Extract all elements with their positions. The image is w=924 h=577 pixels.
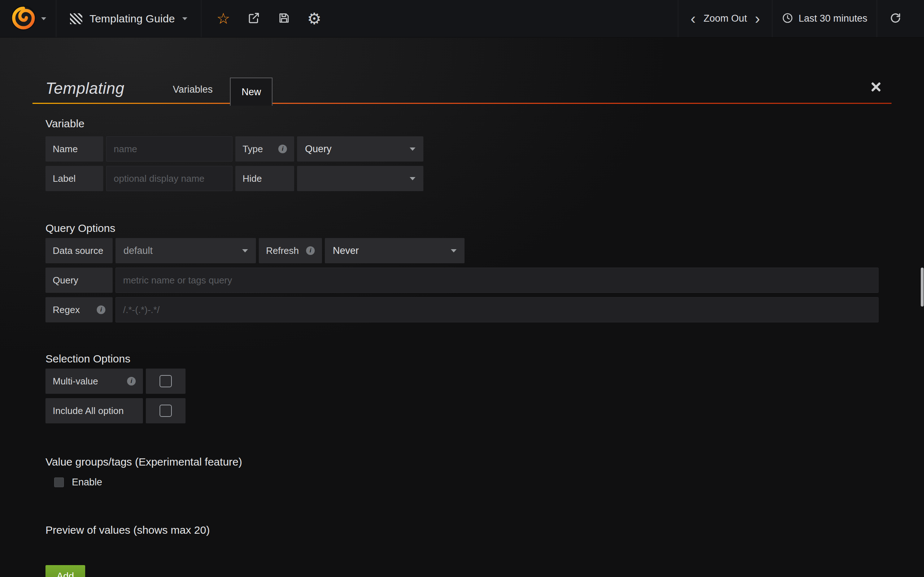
caret-down-icon (451, 249, 457, 253)
save-icon (278, 12, 290, 25)
query-label: Query (45, 268, 113, 293)
info-icon[interactable]: i (97, 305, 105, 314)
dashboard-picker[interactable]: Templating Guide (56, 0, 201, 37)
scrollbar-thumb[interactable] (921, 268, 924, 306)
query-options-title: Query Options (45, 222, 879, 234)
dashboard-settings-view: Templating Variables New Variable Name T… (0, 37, 924, 577)
tab-new[interactable]: New (230, 77, 273, 106)
include-all-label: Include All option (45, 398, 143, 423)
enable-row: Enable (54, 477, 879, 488)
checkbox-unchecked-icon (160, 375, 172, 387)
caret-down-icon (410, 177, 415, 180)
chevron-left-icon: ‹ (690, 10, 696, 27)
preview-section: Preview of values (shows max 20) (45, 524, 879, 536)
enable-label: Enable (72, 477, 102, 488)
page-title: Templating (45, 79, 124, 97)
multi-value-row: Multi-value i (45, 369, 879, 394)
include-all-checkbox[interactable] (146, 398, 186, 423)
refresh-select-value: Never (333, 245, 359, 256)
dashboard-title: Templating Guide (89, 13, 175, 25)
multi-value-checkbox[interactable] (146, 369, 186, 394)
variable-name-input[interactable] (106, 136, 233, 161)
checkbox-unchecked-icon (160, 405, 172, 417)
hide-label: Hide (235, 166, 294, 191)
caret-down-icon (41, 17, 46, 20)
top-navbar: Templating Guide ☆ (0, 0, 924, 37)
type-label: Type i (235, 136, 294, 161)
share-icon (247, 11, 260, 26)
regex-label-text: Regex (53, 305, 80, 316)
refresh-label-text: Refresh (266, 245, 299, 256)
value-groups-title: Value groups/tags (Experimental feature) (45, 456, 879, 468)
dashboard-settings-button[interactable]: ⚙ (302, 6, 327, 31)
close-icon[interactable] (870, 81, 882, 93)
caret-down-icon (410, 148, 415, 151)
info-icon[interactable]: i (127, 377, 136, 385)
share-dashboard-button[interactable] (241, 6, 267, 31)
info-icon[interactable]: i (306, 246, 315, 255)
hide-select[interactable] (297, 166, 423, 191)
chevron-right-icon: › (755, 10, 760, 27)
regex-label: Regex i (45, 297, 113, 322)
form-actions: Add (45, 536, 879, 577)
dashboard-actions: ☆ ⚙ (201, 0, 336, 37)
grafana-logo (10, 5, 37, 33)
templating-header: Templating Variables New (32, 37, 892, 104)
save-dashboard-button[interactable] (271, 6, 297, 31)
grafana-main-menu[interactable] (0, 0, 56, 37)
multi-value-label: Multi-value i (45, 369, 143, 394)
query-row: Query (45, 268, 879, 293)
add-button[interactable]: Add (45, 565, 85, 577)
star-dashboard-button[interactable]: ☆ (211, 6, 236, 31)
refresh-label: Refresh i (259, 238, 322, 263)
type-select[interactable]: Query (297, 136, 423, 161)
multi-value-label-text: Multi-value (53, 376, 98, 387)
variable-section-title: Variable (45, 118, 879, 130)
value-groups-section: Value groups/tags (Experimental feature)… (45, 456, 879, 488)
refresh-icon (889, 12, 901, 25)
datasource-select-value: default (123, 245, 153, 256)
label-label: Label (45, 166, 103, 191)
variable-label-row: Label Hide (45, 166, 879, 191)
name-label: Name (45, 136, 103, 161)
refresh-group (877, 0, 914, 37)
timepicker-controls: ‹ Zoom Out › Last 30 minutes (678, 0, 914, 37)
star-icon: ☆ (216, 11, 230, 26)
clock-icon (782, 12, 793, 25)
caret-down-icon (182, 17, 187, 20)
regex-input[interactable] (115, 297, 879, 322)
templating-tabs: Variables New (171, 77, 273, 104)
zoom-out-button[interactable]: Zoom Out (703, 13, 747, 24)
time-range-label: Last 30 minutes (798, 13, 867, 24)
selection-options-title: Selection Options (45, 353, 879, 365)
zoom-group: ‹ Zoom Out › (678, 0, 772, 37)
variable-label-input[interactable] (106, 166, 233, 191)
variable-name-row: Name Type i Query (45, 136, 879, 161)
caret-down-icon (242, 249, 248, 253)
header-accent-line (32, 103, 892, 104)
query-options-section: Query Options Data source default Refres… (45, 222, 879, 322)
dashboard-grid-icon (70, 13, 82, 24)
refresh-select[interactable]: Never (325, 238, 465, 263)
type-select-value: Query (305, 143, 332, 155)
info-icon[interactable]: i (278, 145, 287, 153)
datasource-label: Data source (45, 238, 113, 263)
datasource-select[interactable]: default (115, 238, 256, 263)
tab-variables[interactable]: Variables (171, 84, 215, 95)
variable-section: Variable Name Type i Query Label Hide (45, 118, 879, 191)
time-range-picker[interactable]: Last 30 minutes (772, 0, 877, 37)
time-shift-forward-button[interactable]: › (752, 13, 762, 25)
selection-options-section: Selection Options Multi-value i Include … (45, 353, 879, 423)
refresh-dashboard-button[interactable] (887, 10, 905, 28)
type-label-text: Type (242, 143, 263, 155)
time-shift-back-button[interactable]: ‹ (688, 13, 698, 25)
enable-checkbox[interactable] (54, 477, 64, 487)
query-input[interactable] (115, 268, 879, 293)
preview-title: Preview of values (shows max 20) (45, 524, 879, 536)
include-all-row: Include All option (45, 398, 879, 423)
gear-icon: ⚙ (307, 11, 321, 27)
regex-row: Regex i (45, 297, 879, 322)
datasource-row: Data source default Refresh i Never (45, 238, 879, 263)
